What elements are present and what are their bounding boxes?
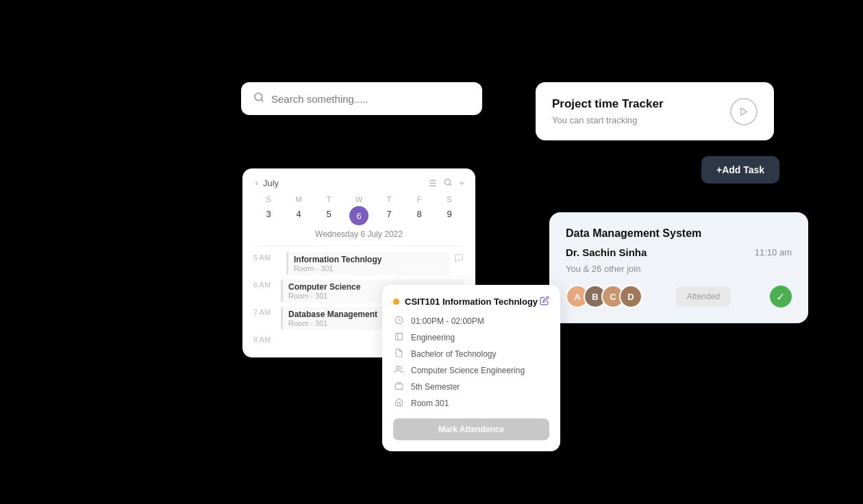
popup-time-row: 01:00PM - 02:00PM (393, 316, 549, 327)
data-card-title: Data Management System (566, 227, 792, 240)
popup-dept-row: Engineering (393, 332, 549, 343)
calendar-day[interactable]: 7 (374, 206, 404, 225)
tracker-title: Project time Tracker (552, 97, 664, 111)
svg-point-8 (396, 366, 399, 369)
search-icon (253, 92, 264, 105)
calendar-day-today[interactable]: 6 (349, 206, 368, 225)
calendar-day[interactable]: 3 (253, 206, 284, 225)
building-icon (393, 332, 404, 343)
instructor-row: Dr. Sachin Sinha 11:10 am (566, 247, 792, 258)
search-input[interactable] (271, 93, 470, 105)
mark-attendance-button[interactable]: Mark Attendence (393, 418, 549, 440)
popup-semester-row: 5th Semester (393, 381, 549, 392)
add-task-button[interactable]: +Add Task (701, 156, 779, 184)
popup-program: Computer Science Engineering (411, 366, 525, 375)
svg-line-1 (261, 99, 263, 101)
svg-line-4 (450, 184, 451, 185)
tracker-subtitle: You can start tracking (552, 115, 664, 125)
menu-icon[interactable]: ☰ (429, 178, 437, 188)
event-popup: CSIT101 Information Technlogy 01:00PM - … (382, 285, 560, 451)
calendar-date-label: Wednesday 6 July 2022 (253, 225, 464, 247)
instructor-name: Dr. Sachin Sinha (566, 247, 647, 258)
calendar-days-grid: 3 4 5 6 7 8 9 (253, 206, 464, 225)
calendar-day[interactable]: 5 (314, 206, 344, 225)
popup-program-row: Computer Science Engineering (393, 365, 549, 376)
svg-rect-9 (395, 384, 403, 390)
svg-marker-2 (741, 108, 747, 115)
map-pin-icon (393, 398, 404, 409)
attended-button[interactable]: Attended (676, 286, 731, 307)
edit-icon[interactable] (540, 296, 549, 307)
popup-header: CSIT101 Information Technlogy (393, 296, 549, 307)
card-bottom-row: A B C D Attended ✓ (566, 285, 792, 308)
popup-time: 01:00PM - 02:00PM (411, 316, 484, 326)
popup-degree-row: Bachelor of Technology (393, 349, 549, 360)
class-time: 11:10 am (755, 247, 792, 257)
chat-icon[interactable] (453, 253, 464, 265)
avatar: D (619, 285, 642, 308)
event-dot (393, 299, 399, 305)
popup-department: Engineering (411, 333, 455, 342)
popup-room: Room 301 (411, 399, 449, 408)
users-icon (393, 365, 404, 376)
svg-rect-6 (395, 333, 402, 340)
calendar-icons: ☰ + (429, 178, 464, 188)
data-management-card: Data Management System Dr. Sachin Sinha … (549, 212, 808, 323)
tracker-play-button[interactable] (730, 98, 758, 125)
tracker-card: Project time Tracker You can start track… (536, 82, 774, 140)
calendar-event-info-tech: Information Technlogy Room - 301 (286, 252, 449, 275)
calendar-header: July ☰ + (253, 178, 464, 188)
calendar-day[interactable]: 8 (404, 206, 434, 225)
calendar-event-row-5am: 5 AM Information Technlogy Room - 301 (253, 252, 464, 275)
calendar-day[interactable]: 4 (284, 206, 314, 225)
calendar-month: July (253, 178, 279, 188)
popup-room-row: Room 301 (393, 398, 549, 409)
popup-title: CSIT101 Information Technlogy (405, 297, 538, 307)
avatars-group: A B C D (566, 285, 637, 308)
popup-degree: Bachelor of Technology (411, 349, 497, 359)
tracker-text: Project time Tracker You can start track… (552, 97, 664, 125)
check-icon: ✓ (770, 286, 792, 307)
calendar-day[interactable]: 9 (434, 206, 464, 225)
join-text: You & 26 other join (566, 264, 792, 274)
search-bar (241, 82, 482, 115)
scroll-icon (393, 349, 404, 360)
calendar-add-icon[interactable]: + (459, 178, 464, 188)
calendar-search-icon[interactable] (444, 178, 452, 188)
clock-icon (393, 316, 404, 327)
layers-icon (393, 381, 404, 392)
popup-semester: 5th Semester (411, 382, 460, 392)
calendar-days-header: S M T W T F S (253, 195, 464, 203)
